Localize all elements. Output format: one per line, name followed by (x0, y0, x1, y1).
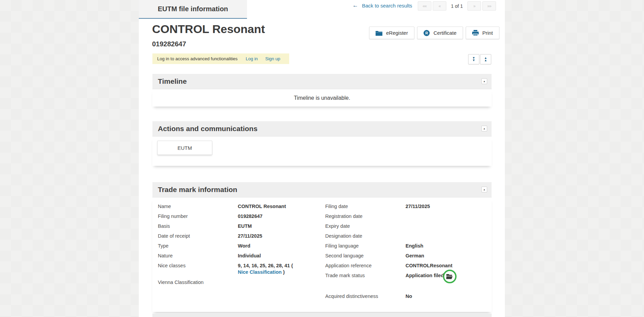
field-row-basis: Basis EUTM (158, 221, 321, 231)
actions-section-title: Actions and communications (158, 125, 258, 133)
trademark-title: CONTROL Resonant (152, 22, 265, 36)
pager-next-icon: » (473, 4, 475, 9)
certificate-button[interactable]: R Certificate (417, 27, 463, 39)
print-label: Print (482, 30, 493, 36)
header-action-buttons: eRegister R Certificate Print (369, 27, 492, 39)
expand-all-button[interactable]: ▼ ▼ (468, 54, 479, 64)
pager-prev-icon: « (439, 4, 441, 9)
trademark-fields-right-column: Filing date 27/11/2025 Registration date… (325, 202, 489, 301)
field-row-trademark-status: Trade mark status Application filed (325, 271, 489, 286)
pager-page-indicator: 1 of 1 (446, 3, 467, 9)
actions-section-body: EUTM (152, 137, 492, 166)
application-filed-open-folder-icon (443, 270, 457, 283)
field-row-registration-date: Registration date (325, 211, 489, 221)
field-row-expiry-date: Expiry date (325, 221, 489, 231)
timeline-section-title: Timeline (158, 77, 187, 85)
back-link-label: Back to search results (362, 3, 412, 9)
field-row-filing-date: Filing date 27/11/2025 (325, 202, 489, 211)
main-content-column: EUTM file information ← Back to search r… (139, 0, 505, 317)
tab-eutm-file-information[interactable]: EUTM file information (139, 0, 247, 19)
pager-next-button[interactable]: » (467, 1, 481, 11)
field-row-filing-language: Filing language English (325, 241, 489, 251)
next-section-partial-bar (152, 314, 492, 317)
trademark-info-section-header: Trade mark information ▴ (152, 182, 492, 197)
printer-icon (472, 30, 479, 36)
timeline-collapse-button[interactable]: ▴ (481, 78, 487, 84)
eregister-button[interactable]: eRegister (369, 27, 414, 39)
field-row-vienna-classification: Vienna Classification (158, 278, 321, 287)
back-to-search-results-link[interactable]: ← Back to search results (352, 2, 412, 9)
field-row-filing-number: Filing number 019282647 (158, 211, 321, 221)
login-banner: Log in to access advanced functionalitie… (152, 53, 289, 64)
timeline-section: Timeline ▴ Timeline is unavailable. (152, 74, 492, 107)
field-row-date-of-receipt: Date of receipt 27/11/2025 (158, 231, 321, 241)
signup-link[interactable]: Sign up (265, 56, 280, 61)
tab-label: EUTM file information (158, 5, 228, 13)
pager-last-icon: »» (487, 4, 491, 9)
back-arrow-icon: ← (352, 2, 358, 9)
folder-icon (376, 30, 382, 36)
collapse-all-button[interactable]: ▲ ▲ (480, 54, 491, 64)
results-pager: «« « 1 of 1 » »» (418, 1, 496, 11)
field-row-application-reference: Application reference CONTROLResonant (325, 261, 489, 271)
field-row-nature: Nature Individual (158, 251, 321, 261)
nice-classification-link[interactable]: Nice Classification (238, 269, 282, 275)
pager-first-button[interactable]: «« (418, 1, 431, 11)
field-row-type: Type Word (158, 241, 321, 251)
print-button[interactable]: Print (466, 27, 499, 39)
registered-icon: R (424, 30, 430, 36)
trademark-info-section-title: Trade mark information (158, 186, 237, 194)
actions-collapse-button[interactable]: ▴ (481, 126, 487, 131)
trademark-number: 019282647 (152, 40, 186, 48)
pager-first-icon: «« (423, 4, 426, 9)
trademark-info-collapse-button[interactable]: ▴ (481, 187, 487, 192)
actions-section-header: Actions and communications ▴ (152, 121, 492, 137)
field-row-second-language: Second language German (325, 251, 489, 261)
timeline-section-header: Timeline ▴ (152, 74, 492, 89)
pager-prev-button[interactable]: « (433, 1, 446, 11)
eregister-label: eRegister (386, 30, 408, 36)
certificate-label: Certificate (433, 30, 457, 36)
field-row-name: Name CONTROL Resonant (158, 202, 321, 211)
field-row-acquired-distinctiveness: Acquired distinctiveness No (325, 291, 489, 301)
actions-section: Actions and communications ▴ EUTM (152, 121, 492, 166)
trademark-info-section-body: Name CONTROL Resonant Filing number 0192… (152, 197, 492, 312)
field-row-designation-date: Designation date (325, 231, 489, 241)
timeline-unavailable-message: Timeline is unavailable. (294, 95, 350, 101)
expand-collapse-controls: ▼ ▼ ▲ ▲ (468, 54, 491, 64)
actions-eutm-tab[interactable]: EUTM (157, 141, 212, 155)
login-link[interactable]: Log in (246, 56, 258, 61)
trademark-info-section: Trade mark information ▴ Name CONTROL Re… (152, 182, 492, 312)
field-row-nice-classes: Nice classes 9, 14, 16, 25, 26, 28, 41 (… (158, 261, 321, 278)
pager-last-button[interactable]: »» (482, 1, 496, 11)
login-banner-message: Log in to access advanced functionalitie… (157, 56, 237, 61)
timeline-section-body: Timeline is unavailable. (152, 89, 492, 107)
trademark-fields-left-column: Name CONTROL Resonant Filing number 0192… (158, 202, 321, 287)
